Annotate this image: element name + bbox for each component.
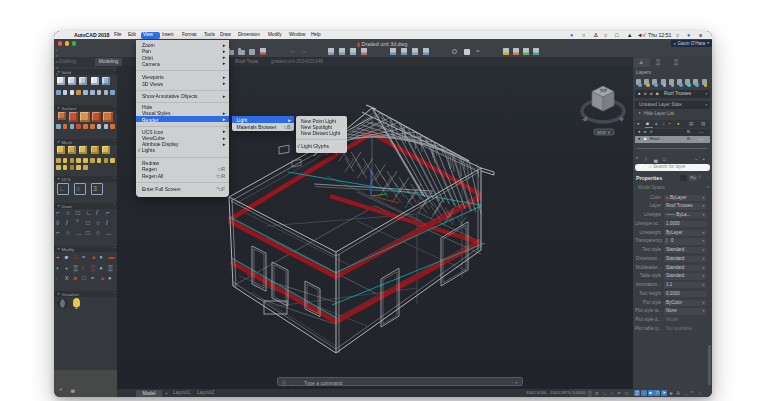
- svg-text:WCS ▼: WCS ▼: [597, 131, 611, 135]
- svg-text:TOP: TOP: [600, 89, 608, 93]
